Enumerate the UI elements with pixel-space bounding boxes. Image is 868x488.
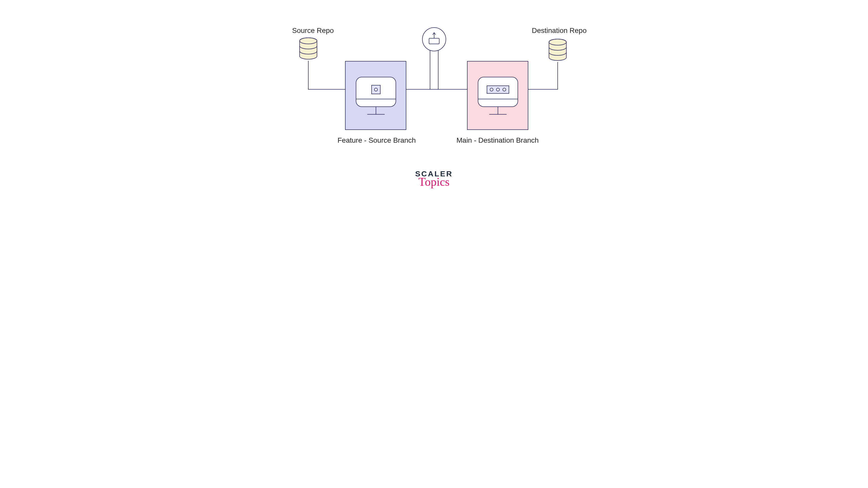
scaler-topics-logo: SCALER Topics	[415, 170, 453, 188]
main-branch-label: Main - Destination Branch	[457, 136, 539, 145]
destination-repo-label: Destination Repo	[532, 27, 587, 35]
main-branch-box	[467, 61, 528, 130]
destination-repo-cylinder-icon	[549, 39, 566, 60]
diagram-canvas: Source Repo Destination Repo Feature - S…	[248, 0, 620, 208]
svg-rect-23	[429, 38, 439, 44]
svg-point-10	[374, 88, 377, 91]
push-icon	[423, 28, 446, 89]
svg-point-17	[490, 88, 493, 91]
svg-point-19	[503, 88, 506, 91]
logo-line2: Topics	[415, 176, 453, 188]
svg-point-18	[496, 88, 499, 91]
source-repo-label: Source Repo	[292, 27, 334, 35]
feature-branch-box	[345, 61, 406, 130]
source-repo-cylinder-icon	[300, 38, 317, 59]
feature-branch-label: Feature - Source Branch	[338, 136, 416, 145]
